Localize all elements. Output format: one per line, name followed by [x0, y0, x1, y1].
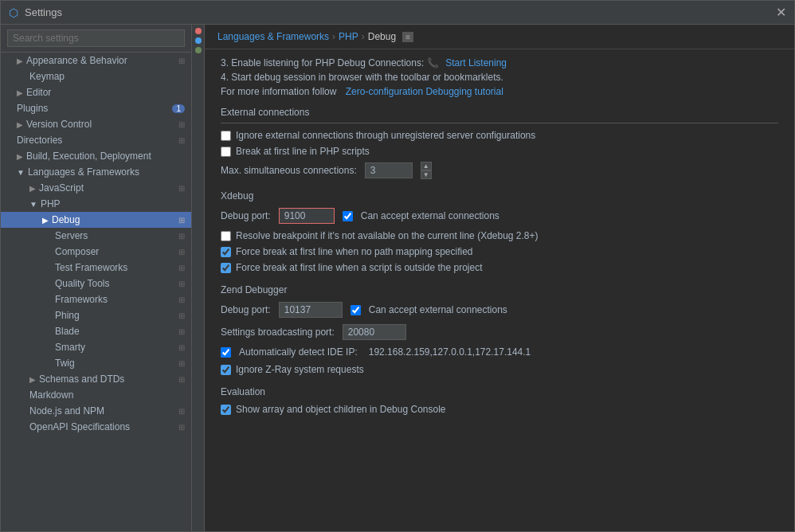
xdebug-resolve-checkbox[interactable]: [221, 231, 231, 241]
sidebar-item-label: Debug: [52, 214, 80, 225]
sidebar-item-debug[interactable]: ▶ Debug ⊞: [1, 212, 191, 228]
expand-arrow: ▶: [17, 88, 23, 97]
break-first-label: Break at first line in PHP scripts: [236, 146, 370, 157]
search-input[interactable]: [7, 29, 185, 47]
sidebar-item-php[interactable]: ▼ PHP: [1, 196, 191, 212]
sidebar-item-label: PHP: [41, 198, 61, 209]
zero-config-link[interactable]: Zero-configuration Debugging tutorial: [346, 86, 503, 97]
sidebar-item-keymap[interactable]: Keymap: [1, 68, 191, 84]
zend-broadcast-input[interactable]: [343, 324, 406, 340]
sidebar-item-langs[interactable]: ▼ Languages & Frameworks: [1, 164, 191, 180]
sidebar-item-appearance[interactable]: ▶ Appearance & Behavior ⊞: [1, 53, 191, 68]
breadcrumb-langs[interactable]: Languages & Frameworks: [217, 31, 329, 42]
expand-arrow: ▶: [17, 152, 23, 161]
evaluation-title: Evaluation: [221, 386, 778, 397]
zend-ignore-row: Ignore Z-Ray system requests: [221, 364, 778, 375]
expand-arrow: ▶: [17, 57, 23, 65]
sidebar-item-frameworks[interactable]: Frameworks ⊞: [1, 291, 191, 307]
xdebug-resolve-label: Resolve breakpoint if it's not available…: [236, 230, 538, 241]
external-connections-section: External connections Ignore external con…: [221, 107, 778, 179]
sidebar-item-openapi[interactable]: OpenAPI Specifications ⊞: [1, 419, 191, 435]
sidebar-item-label: Composer: [55, 246, 99, 257]
sidebar-item-smarty[interactable]: Smarty ⊞: [1, 339, 191, 355]
toolbar-dot-green[interactable]: [195, 47, 202, 53]
main-content: ▶ Appearance & Behavior ⊞ Keymap ▶ Edito…: [1, 25, 794, 531]
ignore-external-checkbox[interactable]: [221, 131, 231, 141]
breadcrumb-sep1: ›: [332, 31, 335, 42]
sidebar-item-plugins[interactable]: Plugins 1: [1, 100, 191, 116]
plugins-badge: 1: [172, 104, 185, 113]
page-icon: ⊞: [178, 311, 185, 320]
zend-title: Zend Debugger: [221, 284, 778, 295]
sidebar-item-label: Languages & Frameworks: [28, 166, 139, 178]
zend-section: Zend Debugger Debug port: Can accept ext…: [221, 284, 778, 375]
sidebar-item-directories[interactable]: Directories ⊞: [1, 132, 191, 148]
page-icon: ⊞: [178, 327, 185, 336]
sidebar-item-label: Test Frameworks: [55, 262, 127, 273]
sidebar-item-editor[interactable]: ▶ Editor: [1, 84, 191, 100]
sidebar-item-schemas[interactable]: ▶ Schemas and DTDs ⊞: [1, 371, 191, 387]
xdebug-force-outside-row: Force break at first line when a script …: [221, 262, 778, 273]
sidebar-item-servers[interactable]: Servers ⊞: [1, 228, 191, 244]
toolbar-dot-red[interactable]: [195, 28, 202, 34]
sidebar-item-version-control[interactable]: ▶ Version Control ⊞: [1, 116, 191, 132]
page-icon: ⊞: [178, 136, 185, 145]
zend-can-accept-checkbox[interactable]: [351, 305, 361, 315]
sidebar-item-label: Directories: [17, 135, 62, 146]
close-button[interactable]: ✕: [776, 5, 786, 20]
app-icon: ⬡: [9, 6, 18, 19]
zend-autodetect-row: Automatically detect IDE IP: 192.168.2.1…: [221, 346, 778, 358]
sidebar-item-build[interactable]: ▶ Build, Execution, Deployment: [1, 148, 191, 164]
zend-port-label: Debug port:: [221, 304, 271, 315]
breadcrumb-php[interactable]: PHP: [339, 31, 358, 42]
expand-arrow: ▶: [29, 184, 36, 193]
evaluation-section: Evaluation Show array and object childre…: [221, 386, 778, 415]
sidebar-item-javascript[interactable]: ▶ JavaScript ⊞: [1, 180, 191, 196]
xdebug-section: Xdebug Debug port: Can accept external c…: [221, 190, 778, 273]
max-connections-input[interactable]: [365, 162, 413, 178]
show-array-checkbox[interactable]: [221, 405, 231, 415]
sidebar-item-test-frameworks[interactable]: Test Frameworks ⊞: [1, 260, 191, 276]
start-listening-link[interactable]: Start Listening: [445, 57, 507, 68]
xdebug-can-accept-label: Can accept external connections: [361, 210, 499, 221]
vertical-toolbar: [192, 25, 205, 531]
zend-autodetect-label: Automatically detect IDE IP:: [239, 346, 358, 358]
xdebug-force-break-checkbox[interactable]: [221, 247, 231, 257]
sidebar-item-nodejs[interactable]: Node.js and NPM ⊞: [1, 403, 191, 419]
sidebar-item-label: Node.js and NPM: [29, 405, 104, 417]
more-info-text: For more information follow: [221, 86, 336, 97]
breadcrumb-tab-icon[interactable]: ≡: [402, 32, 413, 42]
titlebar: ⬡ Settings ✕: [1, 1, 794, 25]
ignore-external-row: Ignore external connections through unre…: [221, 130, 778, 141]
sidebar-item-phing[interactable]: Phing ⊞: [1, 307, 191, 323]
zend-autodetect-checkbox[interactable]: [221, 347, 231, 358]
spinner-up[interactable]: ▲: [421, 162, 432, 170]
breadcrumb: Languages & Frameworks › PHP › Debug ≡: [205, 25, 794, 49]
breadcrumb-sep2: ›: [362, 31, 365, 42]
show-array-label: Show array and object children in Debug …: [236, 404, 446, 415]
zend-port-input[interactable]: [279, 302, 343, 318]
sidebar-item-label: Quality Tools: [55, 278, 109, 289]
break-first-checkbox[interactable]: [221, 147, 231, 157]
xdebug-force-outside-checkbox[interactable]: [221, 263, 231, 273]
sidebar: ▶ Appearance & Behavior ⊞ Keymap ▶ Edito…: [1, 25, 192, 531]
sidebar-item-blade[interactable]: Blade ⊞: [1, 323, 191, 339]
expand-arrow: ▶: [42, 216, 49, 225]
xdebug-port-input[interactable]: [279, 208, 335, 224]
xdebug-can-accept-checkbox[interactable]: [343, 211, 353, 221]
zend-ignore-checkbox[interactable]: [221, 365, 231, 375]
sidebar-item-twig[interactable]: Twig ⊞: [1, 355, 191, 371]
sidebar-item-label: Schemas and DTDs: [39, 374, 124, 385]
external-connections-title: External connections: [221, 107, 778, 118]
xdebug-port-row: Debug port: Can accept external connecti…: [221, 208, 778, 224]
settings-window: ⬡ Settings ✕ ▶ Appearance & Behavior ⊞ K…: [0, 0, 795, 532]
spinner-down[interactable]: ▼: [421, 170, 432, 179]
toolbar-dot-blue[interactable]: [195, 37, 202, 44]
expand-arrow: ▶: [17, 120, 23, 129]
sidebar-item-markdown[interactable]: Markdown: [1, 387, 191, 403]
max-connections-row: Max. simultaneous connections: ▲ ▼: [221, 162, 778, 179]
sidebar-item-label: Keymap: [29, 71, 65, 82]
sidebar-item-label: Build, Execution, Deployment: [26, 151, 151, 162]
sidebar-item-composer[interactable]: Composer ⊞: [1, 244, 191, 260]
sidebar-item-quality-tools[interactable]: Quality Tools ⊞: [1, 276, 191, 291]
